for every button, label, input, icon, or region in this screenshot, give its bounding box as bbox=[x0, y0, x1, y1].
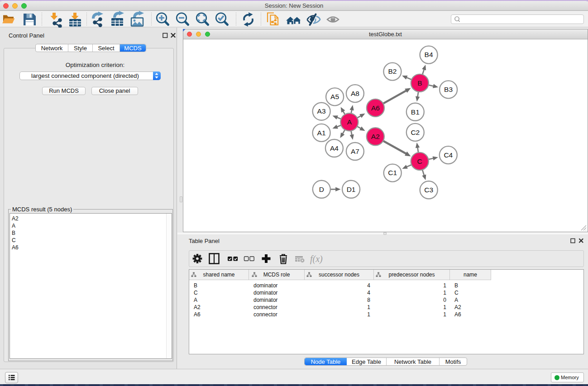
svg-text:C4: C4 bbox=[444, 151, 453, 159]
svg-text:f(x): f(x) bbox=[310, 254, 323, 264]
svg-text:B4: B4 bbox=[425, 51, 433, 58]
svg-text:B3: B3 bbox=[444, 86, 453, 93]
svg-text:C: C bbox=[417, 157, 422, 165]
svg-text:B2: B2 bbox=[388, 67, 397, 75]
svg-text:A6: A6 bbox=[371, 104, 380, 112]
svg-text:C2: C2 bbox=[411, 129, 420, 136]
svg-text:B1: B1 bbox=[411, 108, 420, 116]
svg-text:A4: A4 bbox=[330, 144, 339, 152]
svg-text:A5: A5 bbox=[330, 93, 339, 100]
svg-text:C3: C3 bbox=[424, 186, 433, 194]
svg-text:A3: A3 bbox=[317, 107, 326, 115]
svg-text:B: B bbox=[417, 79, 422, 87]
svg-text:A8: A8 bbox=[351, 90, 359, 97]
svg-text:A7: A7 bbox=[351, 148, 359, 155]
svg-text:A: A bbox=[347, 118, 352, 126]
svg-text:A2: A2 bbox=[371, 133, 380, 140]
svg-text:A1: A1 bbox=[317, 129, 326, 137]
svg-text:C1: C1 bbox=[388, 169, 397, 176]
svg-text:D1: D1 bbox=[347, 186, 356, 193]
svg-text:D: D bbox=[319, 186, 324, 193]
